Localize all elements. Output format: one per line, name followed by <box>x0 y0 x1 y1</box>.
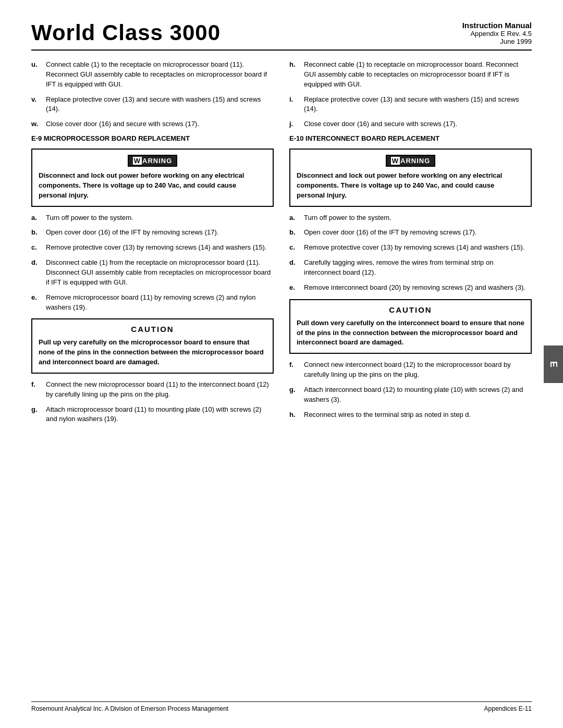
warning-box-left: WARNING Disconnect and lock out power be… <box>31 149 274 207</box>
appendix-label: Appendix E Rev. 4.5 <box>470 30 532 38</box>
side-tab-e: E <box>544 345 563 382</box>
item-content: Connect new interconnect board (12) to t… <box>304 360 532 380</box>
list-item: f. Connect the new microprocessor board … <box>31 380 274 400</box>
footer: Rosemount Analytical Inc. A Division of … <box>31 701 532 712</box>
warning-rest-right: ARNING <box>400 157 430 165</box>
caution-title-right: CAUTION <box>297 305 524 314</box>
footer-right: Appendices E-11 <box>484 705 532 712</box>
list-item: d. Carefully tagging wires, remove the w… <box>289 258 532 278</box>
item-label: e. <box>31 293 43 313</box>
item-label: h. <box>289 410 301 420</box>
item-label: i. <box>289 95 301 115</box>
list-item: h. Reconnect cable (1) to receptacle on … <box>289 60 532 90</box>
caution-text-right: Pull down very carefully on the intercon… <box>297 318 524 348</box>
warning-text: Disconnect and lock out power before wor… <box>39 171 266 201</box>
item-label: w. <box>31 119 43 129</box>
item-content: Close cover door (16) and secure with sc… <box>304 119 532 129</box>
list-item: j. Close cover door (16) and secure with… <box>289 119 532 129</box>
warning-badge-right: WARNING <box>386 155 436 167</box>
instruction-manual-label: Instruction Manual <box>462 21 532 30</box>
header-right: Instruction Manual Appendix E Rev. 4.5 J… <box>462 21 532 45</box>
warning-title: WARNING <box>39 155 266 167</box>
item-label: a. <box>289 213 301 223</box>
warning-body-strong-right: Disconnect and lock out power before wor… <box>297 171 502 199</box>
list-item: a. Turn off power to the system. <box>289 213 532 223</box>
item-content: Disconnect cable (1) from the receptacle… <box>46 258 274 288</box>
item-content: Remove protective cover (13) by removing… <box>46 243 274 253</box>
list-item: c. Remove protective cover (13) by remov… <box>289 243 532 253</box>
warning-body-strong: Disconnect and lock out power before wor… <box>39 171 244 199</box>
list-item: i. Replace protective cover (13) and sec… <box>289 95 532 115</box>
item-label: c. <box>289 243 301 253</box>
date-label: June 1999 <box>500 38 532 45</box>
page-title: World Class 3000 <box>31 21 221 45</box>
list-item: g. Attach interconnect board (12) to mou… <box>289 385 532 405</box>
item-label: v. <box>31 95 43 115</box>
page: World Class 3000 Instruction Manual Appe… <box>0 0 563 728</box>
item-content: Turn off power to the system. <box>304 213 532 223</box>
list-item: e. Remove interconnect board (20) by rem… <box>289 283 532 293</box>
item-label: d. <box>289 258 301 278</box>
warning-w-letter: W <box>133 157 142 165</box>
main-content: u. Connect cable (1) to the receptacle o… <box>31 60 532 429</box>
section-e9-header: E-9 MICROPROCESSOR BOARD REPLACEMENT <box>31 134 274 142</box>
list-item: g. Attach microprocessor board (11) to m… <box>31 405 274 425</box>
item-label: g. <box>31 405 43 425</box>
footer-left: Rosemount Analytical Inc. A Division of … <box>31 705 228 712</box>
item-content: Reconnect cable (1) to receptacle on mic… <box>304 60 532 90</box>
item-label: j. <box>289 119 301 129</box>
item-label: h. <box>289 60 301 90</box>
item-label: g. <box>289 385 301 405</box>
item-content: Close cover door (16) and secure with sc… <box>46 119 274 129</box>
item-content: Reconnect wires to the terminal strip as… <box>304 410 532 420</box>
caution-text: Pull up very carefully on the microproce… <box>39 338 266 367</box>
caution-box-left: CAUTION Pull up very carefully on the mi… <box>31 318 274 374</box>
item-label: a. <box>31 213 43 223</box>
item-content: Attach interconnect board (12) to mounti… <box>304 385 532 405</box>
list-item: h. Reconnect wires to the terminal strip… <box>289 410 532 420</box>
item-label: u. <box>31 60 43 90</box>
list-item: b. Open cover door (16) of the IFT by re… <box>31 228 274 238</box>
warning-badge: WARNING <box>128 155 178 167</box>
item-label: b. <box>31 228 43 238</box>
caution-body-strong-right: Pull down very carefully on the intercon… <box>297 319 524 347</box>
header: World Class 3000 Instruction Manual Appe… <box>31 21 532 51</box>
list-item: w. Close cover door (16) and secure with… <box>31 119 274 129</box>
list-item: c. Remove protective cover (13) by remov… <box>31 243 274 253</box>
item-content: Replace protective cover (13) and secure… <box>46 95 274 115</box>
item-content: Replace protective cover (13) and secure… <box>304 95 532 115</box>
item-label: e. <box>289 283 301 293</box>
warning-rest: ARNING <box>142 157 172 165</box>
item-content: Connect the new microprocessor board (11… <box>46 380 274 400</box>
warning-title-right: WARNING <box>297 155 524 167</box>
list-item: a. Turn off power to the system. <box>31 213 274 223</box>
item-content: Open cover door (16) of the IFT by remov… <box>46 228 274 238</box>
item-label: f. <box>31 380 43 400</box>
warning-w-letter-right: W <box>391 157 400 165</box>
section-e10-header: E-10 INTERCONNECT BOARD REPLACEMENT <box>289 134 532 142</box>
list-item: d. Disconnect cable (1) from the recepta… <box>31 258 274 288</box>
item-content: Carefully tagging wires, remove the wire… <box>304 258 532 278</box>
item-content: Connect cable (1) to the receptacle on m… <box>46 60 274 90</box>
caution-body-strong: Pull up very carefully on the microproce… <box>39 338 264 366</box>
right-column: h. Reconnect cable (1) to receptacle on … <box>289 60 532 429</box>
item-label: f. <box>289 360 301 380</box>
item-content: Attach microprocessor board (11) to moun… <box>46 405 274 425</box>
list-item: e. Remove microprocessor board (11) by r… <box>31 293 274 313</box>
item-label: d. <box>31 258 43 288</box>
left-column: u. Connect cable (1) to the receptacle o… <box>31 60 274 429</box>
list-item: f. Connect new interconnect board (12) t… <box>289 360 532 380</box>
item-label: c. <box>31 243 43 253</box>
item-content: Remove interconnect board (20) by removi… <box>304 283 532 293</box>
item-label: b. <box>289 228 301 238</box>
item-content: Open cover door (16) of the IFT by remov… <box>304 228 532 238</box>
item-content: Remove protective cover (13) by removing… <box>304 243 532 253</box>
warning-box-right: WARNING Disconnect and lock out power be… <box>289 149 532 207</box>
item-content: Remove microprocessor board (11) by remo… <box>46 293 274 313</box>
caution-title: CAUTION <box>39 325 266 334</box>
list-item: b. Open cover door (16) of the IFT by re… <box>289 228 532 238</box>
title-block: World Class 3000 <box>31 21 221 45</box>
caution-box-right: CAUTION Pull down very carefully on the … <box>289 299 532 354</box>
warning-text-right: Disconnect and lock out power before wor… <box>297 171 524 201</box>
list-item: u. Connect cable (1) to the receptacle o… <box>31 60 274 90</box>
